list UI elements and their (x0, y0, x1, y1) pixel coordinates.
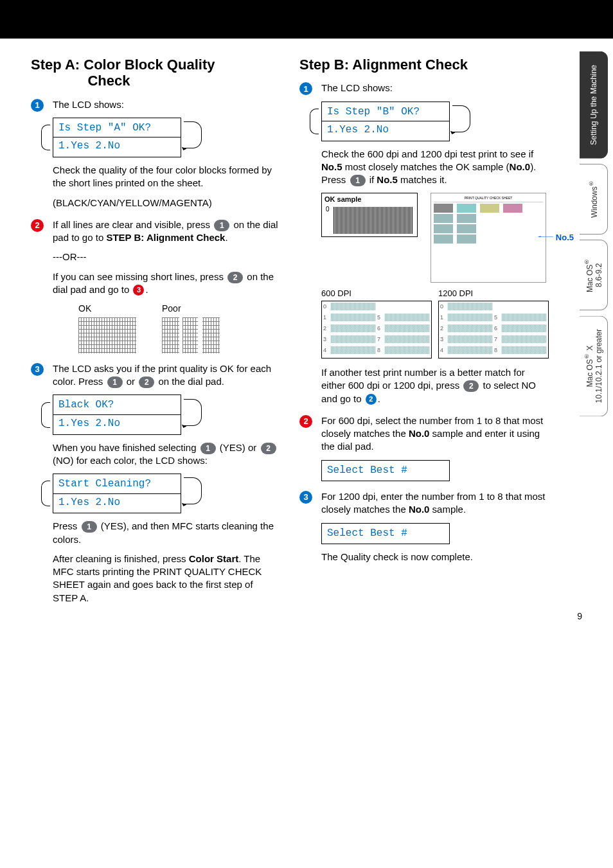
bullet-2-icon: 2 (31, 219, 44, 232)
lcd-line: Select Best # (322, 462, 449, 480)
lcd-line: Start Cleaning? (53, 475, 181, 493)
a2-text2: If you can see missing short lines, pres… (53, 270, 280, 297)
lcd-line: 1.Yes 2.No (322, 121, 449, 139)
lcd-line: 1.Yes 2.No (53, 414, 181, 433)
b1-intro: The LCD shows: (321, 82, 549, 94)
poor-label: Poor (162, 303, 220, 315)
b2-text: For 600 dpi, select the number from 1 to… (321, 414, 549, 454)
dpi-samples: 600 DPI 0 15 26 37 48 1200 DPI 0 15 26 (321, 288, 549, 359)
lcd-line: Is Step "A" OK? (53, 120, 181, 137)
ref-3-icon: 3 (133, 285, 144, 296)
b1-text2: If another test print number is a better… (321, 366, 549, 405)
bullet-2-icon: 2 (299, 415, 312, 428)
alignment-samples: OK sample 0 PRINT QUALITY CHECK SHEET No… (321, 193, 549, 283)
ref-2-icon: 2 (366, 394, 377, 405)
key-1-icon: 1 (82, 521, 97, 533)
lcd-display: Is Step "B" OK? 1.Yes 2.No (321, 102, 450, 141)
a1-intro: The LCD shows: (53, 98, 280, 111)
lcd-line: Is Step "B" OK? (322, 103, 449, 121)
lcd-loop-arrow-icon (452, 105, 470, 132)
step-b-heading: Step B: Alignment Check (299, 57, 549, 73)
lcd-line: 1.Yes 2.No (53, 493, 181, 512)
bullet-3-icon: 3 (31, 363, 44, 376)
a1-p2: (BLACK/CYAN/YELLOW/MAGENTA) (53, 197, 280, 209)
dpi-600-grid: 0 15 26 37 48 (321, 301, 432, 359)
header-black-bar (0, 0, 613, 39)
lcd-display: Is Step "A" OK? 1.Yes 2.No (53, 118, 181, 157)
tab-macos-x[interactable]: Mac OS® X10.1/10.2.1 or greater (580, 315, 608, 416)
lcd-loop-arrow-icon (184, 121, 202, 148)
lcd-left-bracket-icon (41, 402, 50, 428)
lcd-display: Select Best # (321, 460, 450, 482)
key-1-icon: 1 (107, 376, 123, 388)
tab-windows[interactable]: Windows® (580, 164, 608, 235)
lcd-line: 1.Yes 2.No (53, 137, 181, 155)
a3-text: The LCD asks you if the print quality is… (53, 362, 280, 389)
lcd-loop-arrow-icon (184, 399, 202, 426)
lcd-left-bracket-icon (41, 125, 50, 150)
tab-macos-classic[interactable]: Mac OS®8.6-9.2 (580, 240, 608, 310)
b3-text: For 1200 dpi, enter the number from 1 to… (321, 490, 549, 517)
page-number: 9 (577, 611, 582, 621)
key-2-icon: 2 (261, 443, 276, 454)
a1-p1: Check the quality of the four color bloc… (53, 164, 280, 190)
bullet-1-icon: 1 (299, 82, 312, 95)
lcd-line: Select Best # (322, 525, 449, 543)
key-1-icon: 1 (200, 443, 216, 454)
no5-callout: No.5 (556, 232, 574, 244)
key-1-icon: 1 (214, 220, 229, 231)
ok-sample-icon (78, 317, 136, 353)
b-final: The Quality check is now complete. (321, 551, 549, 563)
step-a-heading: Step A: Color Block Quality Step A: Chec… (31, 57, 280, 89)
dpi-1200-grid: 0 15 26 37 48 (438, 301, 549, 359)
bullet-1-icon: 1 (31, 99, 44, 112)
key-2-icon: 2 (227, 272, 243, 283)
a3-text2: When you have finished selecting 1 (YES)… (53, 441, 280, 468)
dpi-1200-label: 1200 DPI (438, 288, 549, 299)
lcd-loop-arrow-icon (184, 477, 202, 504)
quality-check-sheet-icon: PRINT QUALITY CHECK SHEET No.5 (431, 193, 546, 283)
lcd-display: Select Best # (321, 523, 450, 545)
b1-text: Check the 600 dpi and 1200 dpi test prin… (321, 148, 549, 187)
key-2-icon: 2 (139, 376, 154, 388)
poor-sample-icon (162, 317, 220, 353)
dpi-600-label: 600 DPI (321, 288, 432, 299)
quality-samples: OK Poor (78, 303, 280, 353)
lcd-left-bracket-icon (41, 481, 50, 506)
lcd-display: Start Cleaning? 1.Yes 2.No (53, 474, 181, 513)
bullet-3-icon: 3 (299, 491, 312, 504)
a2-text: If all lines are clear and visible, pres… (53, 218, 280, 245)
step-b-column: Step B: Alignment Check 1 The LCD shows:… (299, 51, 549, 614)
tab-setting-up[interactable]: Setting Up the Machine (580, 51, 608, 159)
lcd-display: Black OK? 1.Yes 2.No (53, 394, 181, 434)
a3-text3: Press 1 (YES), and then MFC starts clean… (53, 520, 280, 546)
step-a-column: Step A: Color Block Quality Step A: Chec… (31, 51, 280, 614)
side-tabs: Setting Up the Machine Windows® Mac OS®8… (580, 51, 608, 416)
key-1-icon: 1 (350, 175, 366, 186)
ok-label: OK (78, 303, 136, 315)
lcd-left-bracket-icon (310, 109, 319, 134)
key-2-icon: 2 (463, 380, 479, 392)
a3-text4: After cleaning is finished, press Color … (53, 553, 280, 605)
lcd-line: Black OK? (53, 396, 181, 414)
a2-or: ---OR--- (53, 251, 280, 263)
ok-sample-box: OK sample 0 (321, 193, 418, 237)
